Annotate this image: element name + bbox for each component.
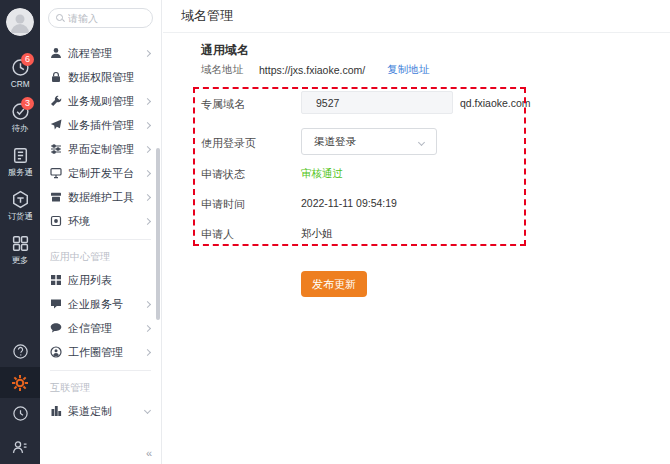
contacts-person-icon — [11, 438, 29, 456]
sidebar-item-work-circle-mgmt[interactable]: 工作圈管理 — [40, 340, 161, 364]
sidebar-item-process-mgmt[interactable]: 流程管理 — [40, 41, 161, 65]
apply-time-value: 2022-11-11 09:54:19 — [301, 197, 397, 209]
menu-label: 企信管理 — [68, 321, 112, 336]
rail-item-label: 更多 — [12, 255, 29, 264]
sidebar-scrollbar[interactable] — [156, 148, 160, 320]
clock-icon — [12, 405, 29, 422]
help-button[interactable] — [0, 336, 40, 367]
rail-item-order[interactable]: 订货通 — [0, 190, 40, 221]
sidebar-divider — [50, 239, 151, 240]
wrench-icon — [50, 95, 62, 107]
sidebar-item-business-plugins[interactable]: 业务插件管理 — [40, 113, 161, 137]
help-icon — [12, 343, 29, 360]
menu-label: 定制开发平台 — [68, 166, 134, 181]
grid-icon — [50, 274, 62, 286]
domain-address-value: https://jxs.fxiaoke.com/ — [259, 64, 365, 76]
rail-bottom-group — [0, 336, 40, 464]
login-page-selected-value: 渠道登录 — [314, 135, 356, 149]
person-icon — [50, 47, 62, 59]
chat-bubble-icon — [50, 298, 62, 310]
apply-status-label: 申请状态 — [201, 167, 245, 182]
collapse-sidebar-icon[interactable] — [146, 447, 152, 459]
exclusive-domain-input[interactable] — [301, 91, 453, 114]
sidebar-divider — [50, 370, 151, 371]
domain-address-label: 域名地址 — [201, 63, 243, 77]
menu-label: 应用列表 — [68, 273, 112, 288]
gear-icon — [11, 374, 29, 392]
chevron-right-icon — [144, 218, 151, 225]
general-domain-heading: 通用域名 — [201, 42, 249, 59]
domain-address-row: 域名地址 https://jxs.fxiaoke.com/ 复制地址 — [201, 63, 429, 77]
sidebar-item-app-list[interactable]: 应用列表 — [40, 268, 161, 292]
chevron-right-icon — [144, 122, 151, 129]
login-page-select[interactable]: 渠道登录 — [301, 128, 437, 155]
app-rail: 6 CRM 3 待办 服务通 订货通 — [0, 0, 40, 464]
rail-item-crm[interactable]: 6 CRM — [0, 58, 40, 89]
rail-item-label: 订货通 — [8, 211, 33, 220]
exclusive-domain-label: 专属域名 — [201, 97, 245, 112]
rail-item-service[interactable]: 服务通 — [0, 146, 40, 177]
menu-label: 流程管理 — [68, 46, 112, 61]
search-icon — [56, 14, 64, 22]
sidebar-item-data-permission[interactable]: 数据权限管理 — [40, 65, 161, 89]
copy-address-link[interactable]: 复制地址 — [387, 63, 429, 77]
section-header-interconnect: 互联管理 — [40, 377, 161, 399]
service-doc-icon — [11, 146, 30, 165]
monitor-icon — [50, 167, 62, 179]
main-content: 域名管理 通用域名 域名地址 https://jxs.fxiaoke.com/ … — [163, 0, 670, 464]
menu-label: 业务规则管理 — [68, 94, 134, 109]
sliders-icon — [50, 143, 62, 155]
section-header-app-center: 应用中心管理 — [40, 246, 161, 268]
publish-update-button[interactable]: 发布更新 — [301, 271, 367, 297]
sidebar-item-ui-customization[interactable]: 界面定制管理 — [40, 137, 161, 161]
todo-badge: 3 — [21, 97, 34, 110]
sidebar-menu: 流程管理 数据权限管理 业务规则管理 业务插件管理 界面定制管理 — [40, 0, 162, 464]
contacts-button[interactable] — [0, 429, 40, 464]
apply-time-label: 申请时间 — [201, 197, 245, 212]
chevron-right-icon — [144, 170, 151, 177]
order-hexagon-icon — [11, 190, 30, 209]
chevron-right-icon — [144, 301, 151, 308]
menu-label: 企业服务号 — [68, 297, 123, 312]
menu-label: 数据权限管理 — [68, 70, 134, 85]
sidebar-item-custom-dev-platform[interactable]: 定制开发平台 — [40, 161, 161, 185]
lock-icon — [50, 71, 62, 83]
sidebar-item-qixin-mgmt[interactable]: 企信管理 — [40, 316, 161, 340]
rail-item-todo[interactable]: 3 待办 — [0, 102, 40, 133]
org-bars-icon — [50, 405, 62, 417]
rail-item-more[interactable]: 更多 — [0, 234, 40, 265]
crm-badge: 6 — [21, 53, 34, 66]
archive-box-icon — [50, 191, 62, 203]
sidebar-item-channel-customization[interactable]: 渠道定制 — [40, 399, 161, 423]
apply-status-value: 审核通过 — [301, 167, 343, 181]
chevron-right-icon — [144, 349, 151, 356]
sidebar-search — [48, 8, 153, 28]
menu-label: 界面定制管理 — [68, 142, 134, 157]
rail-item-label: 服务通 — [8, 167, 33, 176]
page-title: 域名管理 — [181, 7, 233, 25]
chevron-right-icon — [144, 50, 151, 57]
chevron-down-icon — [418, 139, 425, 146]
app-window: 6 CRM 3 待办 服务通 订货通 — [0, 0, 670, 464]
rail-item-label: CRM — [11, 79, 30, 88]
menu-label: 工作圈管理 — [68, 345, 123, 360]
search-input[interactable] — [68, 13, 145, 24]
plugin-plane-icon — [50, 119, 62, 131]
sidebar-item-business-rules[interactable]: 业务规则管理 — [40, 89, 161, 113]
page-header: 域名管理 — [163, 0, 670, 33]
circle-person-icon — [50, 346, 62, 358]
chevron-right-icon — [144, 146, 151, 153]
applicant-label: 申请人 — [201, 227, 234, 242]
chevron-down-icon — [144, 407, 151, 414]
sidebar-item-enterprise-service-account[interactable]: 企业服务号 — [40, 292, 161, 316]
sidebar-item-environment[interactable]: 环境 — [40, 209, 161, 233]
menu-label: 数据维护工具 — [68, 190, 134, 205]
menu-label: 业务插件管理 — [68, 118, 134, 133]
history-button[interactable] — [0, 398, 40, 429]
avatar[interactable] — [6, 8, 34, 36]
sidebar-item-data-maintenance-tools[interactable]: 数据维护工具 — [40, 185, 161, 209]
settings-button[interactable] — [0, 367, 40, 398]
menu-label: 环境 — [68, 214, 90, 229]
avatar-image — [6, 8, 34, 36]
login-page-label: 使用登录页 — [201, 136, 256, 151]
